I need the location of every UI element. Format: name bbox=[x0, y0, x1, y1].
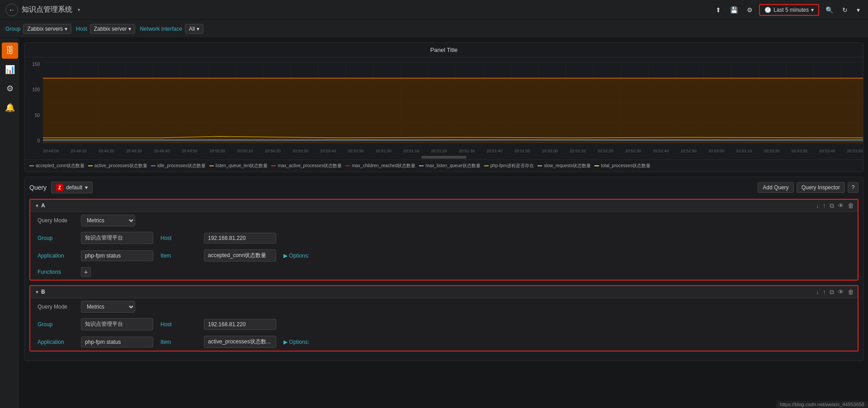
item-label-b[interactable]: Item bbox=[160, 339, 197, 345]
app-title-dropdown-icon[interactable]: ▾ bbox=[78, 7, 80, 12]
chart-x-labels-container: 20:49:00 20:49:10 20:49:20 20:49:30 20:4… bbox=[25, 148, 863, 155]
legend-label-5: max_active_processes状态数量 bbox=[278, 163, 342, 169]
query-mode-row-a: Query Mode Metrics bbox=[30, 212, 858, 229]
x-label-12: 20:50:50 bbox=[348, 149, 364, 153]
search-icon: 🔍 bbox=[826, 6, 833, 14]
sidebar-item-chart[interactable]: 📊 bbox=[2, 61, 18, 78]
query-header: Query Z default ▾ Add Query Query Inspec… bbox=[29, 182, 859, 193]
host-filter: Host Zabbix server ▾ bbox=[76, 24, 135, 34]
query-functions-row-a: Functions + bbox=[30, 264, 858, 280]
group-filter-label[interactable]: Group bbox=[5, 26, 20, 32]
legend-label-8: php-fpm进程是否存在 bbox=[491, 163, 534, 169]
x-label-24: 20:52:50 bbox=[681, 149, 697, 153]
group-value-b: 知识点管理平台 bbox=[81, 318, 153, 330]
copy-icon[interactable]: ⧉ bbox=[830, 202, 834, 210]
host-label-a[interactable]: Host bbox=[160, 235, 197, 241]
legend-label-4: listen_queue_len状态数量 bbox=[216, 163, 268, 169]
host-label-b[interactable]: Host bbox=[160, 321, 197, 328]
delete-icon[interactable]: 🗑 bbox=[848, 202, 854, 209]
chart-container: 150 100 50 0 bbox=[25, 57, 863, 148]
sidebar-item-settings[interactable]: ⚙ bbox=[2, 80, 18, 97]
x-label-28: 20:53:30 bbox=[792, 149, 807, 153]
options-label-b[interactable]: ▶ Options: bbox=[283, 339, 309, 345]
move-down-icon-b[interactable]: ↓ bbox=[816, 288, 819, 295]
move-down-icon[interactable]: ↓ bbox=[816, 202, 819, 209]
save-button[interactable]: 💾 bbox=[727, 5, 741, 15]
host-filter-dropdown[interactable]: Zabbix server ▾ bbox=[90, 24, 136, 34]
application-label-b[interactable]: Application bbox=[38, 339, 74, 345]
refresh-dropdown-button[interactable]: ▾ bbox=[854, 5, 863, 15]
network-filter-dropdown[interactable]: All ▾ bbox=[185, 24, 203, 34]
eye-icon[interactable]: 👁 bbox=[838, 202, 844, 209]
application-label-a[interactable]: Application bbox=[38, 253, 74, 259]
query-help-button[interactable]: ? bbox=[848, 182, 859, 193]
legend-label-7: max_listen_queue状态数量 bbox=[425, 163, 480, 169]
settings-button[interactable]: ⚙ bbox=[744, 5, 755, 15]
group-label-b[interactable]: Group bbox=[38, 321, 74, 328]
back-button[interactable]: ← bbox=[5, 4, 18, 16]
network-filter-label: Network interface bbox=[140, 26, 182, 32]
share-icon: ⬆ bbox=[716, 6, 721, 14]
x-label-19: 20:52:00 bbox=[542, 149, 558, 153]
group-value-a: 知识点管理平台 bbox=[81, 232, 153, 244]
x-label-18: 20:51:50 bbox=[514, 149, 530, 153]
x-label-27: 20:53:20 bbox=[764, 149, 780, 153]
time-picker-button[interactable]: 🕐 Last 5 minutes ▾ bbox=[759, 4, 819, 16]
options-label-a[interactable]: ▶ Options: bbox=[283, 253, 309, 259]
x-label-29: 20:53:40 bbox=[819, 149, 835, 153]
sidebar-item-database[interactable]: 🗄 bbox=[2, 42, 18, 59]
query-label: Query bbox=[29, 184, 47, 191]
query-section: Query Z default ▾ Add Query Query Inspec… bbox=[24, 177, 863, 361]
query-mode-select-b[interactable]: Metrics bbox=[81, 301, 135, 313]
chart-icon: 📊 bbox=[5, 65, 15, 75]
query-block-b-header: ▼ B ↓ ↑ ⧉ 👁 🗑 bbox=[30, 286, 858, 298]
group-label-a[interactable]: Group bbox=[38, 235, 74, 241]
host-dropdown-icon: ▾ bbox=[128, 26, 131, 32]
move-up-icon-b[interactable]: ↑ bbox=[823, 288, 826, 295]
x-label-6: 20:49:50 bbox=[182, 149, 198, 153]
add-query-button[interactable]: Add Query bbox=[758, 182, 793, 193]
sidebar: 🗄 📊 ⚙ 🔔 bbox=[0, 38, 20, 408]
host-filter-value: Zabbix server bbox=[94, 26, 127, 32]
search-button[interactable]: 🔍 bbox=[823, 5, 836, 15]
query-block-b-actions: ↓ ↑ ⧉ 👁 🗑 bbox=[816, 288, 854, 296]
host-value-a: 192.168.81.220 bbox=[204, 233, 276, 244]
x-label-4: 20:49:30 bbox=[126, 149, 142, 153]
legend-item-10: total_processes状态数量 bbox=[594, 163, 651, 169]
sidebar-item-alerts[interactable]: 🔔 bbox=[2, 99, 18, 116]
share-button[interactable]: ⬆ bbox=[713, 5, 724, 15]
query-block-a-header: ▼ A ↓ ↑ ⧉ 👁 🗑 bbox=[30, 200, 858, 212]
query-mode-select-a[interactable]: Metrics bbox=[81, 215, 135, 226]
add-function-button-a[interactable]: + bbox=[81, 267, 91, 277]
query-mode-row-b: Query Mode Metrics bbox=[30, 298, 858, 315]
legend-dot-10 bbox=[594, 165, 599, 166]
collapse-a-icon[interactable]: ▼ bbox=[35, 203, 39, 208]
legend-dot-4 bbox=[209, 165, 214, 166]
chart-scrollbar[interactable] bbox=[421, 156, 467, 159]
group-filter-dropdown[interactable]: Zabbix servers ▾ bbox=[23, 24, 71, 34]
legend-item-4: listen_queue_len状态数量 bbox=[209, 163, 268, 169]
datasource-button[interactable]: Z default ▾ bbox=[51, 182, 93, 193]
item-value-b: active_processes状态数... bbox=[204, 336, 276, 348]
move-up-icon[interactable]: ↑ bbox=[823, 202, 826, 209]
x-label-7: 20:50:00 bbox=[209, 149, 225, 153]
topbar-right: ⬆ 💾 ⚙ 🕐 Last 5 minutes ▾ 🔍 ↻ ▾ bbox=[713, 4, 863, 16]
query-block-a-letter: A bbox=[41, 202, 45, 209]
query-inspector-button[interactable]: Query Inspector bbox=[797, 182, 845, 193]
save-icon: 💾 bbox=[730, 6, 738, 14]
eye-icon-b[interactable]: 👁 bbox=[838, 288, 844, 295]
legend-dot-7 bbox=[419, 165, 424, 166]
network-dropdown-icon: ▾ bbox=[197, 26, 199, 32]
legend-item-6: max_children_reached状态数量 bbox=[345, 163, 415, 169]
legend-item-7: max_listen_queue状态数量 bbox=[419, 163, 480, 169]
refresh-button[interactable]: ↻ bbox=[840, 5, 850, 15]
legend-item-9: slow_requests状态数量 bbox=[538, 163, 591, 169]
x-label-14: 20:51:10 bbox=[403, 149, 419, 153]
legend-label-1: accepted_conn状态数量 bbox=[36, 163, 85, 169]
item-label-a[interactable]: Item bbox=[160, 253, 197, 259]
copy-icon-b[interactable]: ⧉ bbox=[830, 288, 834, 296]
collapse-b-icon[interactable]: ▼ bbox=[35, 290, 39, 295]
delete-icon-b[interactable]: 🗑 bbox=[848, 288, 854, 295]
panel-area: Panel Title 150 100 50 0 bbox=[20, 38, 868, 408]
x-label-10: 20:50:30 bbox=[292, 149, 308, 153]
